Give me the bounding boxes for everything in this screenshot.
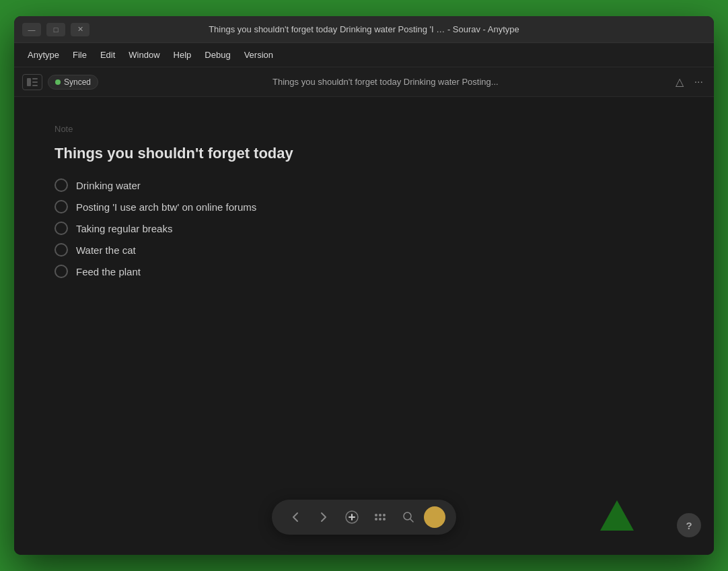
checklist-item-1[interactable]: Drinking water bbox=[54, 178, 674, 192]
svg-rect-0 bbox=[27, 78, 31, 86]
more-button[interactable]: ··· bbox=[692, 73, 706, 91]
checklist-text-1: Drinking water bbox=[76, 180, 141, 191]
main-content: Note Things you shouldn't forget today D… bbox=[14, 97, 714, 555]
checkbox-4[interactable] bbox=[54, 243, 68, 257]
svg-rect-3 bbox=[32, 85, 38, 86]
toolbar-page-title: Things you shouldn't forget today Drinki… bbox=[104, 77, 667, 87]
bottom-navigation bbox=[272, 500, 456, 535]
menu-debug[interactable]: Debug bbox=[199, 47, 235, 63]
checklist-text-3: Taking regular breaks bbox=[76, 223, 172, 234]
checklist-item-2[interactable]: Posting 'I use arch btw' on online forum… bbox=[54, 200, 674, 213]
checklist-item-4[interactable]: Water the cat bbox=[54, 243, 674, 257]
toolbar-actions: △ ··· bbox=[673, 73, 706, 91]
checkbox-1[interactable] bbox=[54, 178, 68, 192]
title-bar: Things you shouldn't forget today Drinki… bbox=[14, 16, 714, 43]
minimize-button[interactable]: — bbox=[22, 23, 41, 36]
checklist-text-4: Water the cat bbox=[76, 244, 136, 256]
nav-search-button[interactable] bbox=[396, 504, 421, 530]
menu-anytype[interactable]: Anytype bbox=[22, 47, 65, 63]
checklist: Drinking water Posting 'I use arch btw' … bbox=[54, 178, 674, 278]
nav-forward-button[interactable] bbox=[311, 504, 336, 530]
add-icon bbox=[345, 510, 359, 524]
menu-help[interactable]: Help bbox=[168, 47, 197, 63]
checkbox-5[interactable] bbox=[54, 265, 68, 278]
menu-bar: Anytype File Edit Window Help Debug Vers… bbox=[14, 43, 714, 67]
app-window: Things you shouldn't forget today Drinki… bbox=[14, 16, 714, 555]
window-controls: — □ ✕ bbox=[22, 23, 89, 36]
sidebar-icon bbox=[27, 78, 38, 86]
menu-window[interactable]: Window bbox=[123, 47, 165, 63]
sync-dot-icon bbox=[55, 79, 61, 85]
menu-version[interactable]: Version bbox=[239, 47, 279, 63]
sync-label: Synced bbox=[64, 77, 91, 87]
svg-point-5 bbox=[404, 512, 411, 520]
help-button[interactable]: ? bbox=[677, 513, 701, 537]
menu-edit[interactable]: Edit bbox=[95, 47, 120, 63]
search-icon bbox=[402, 511, 414, 523]
svg-rect-1 bbox=[32, 78, 38, 79]
nav-dots-button[interactable] bbox=[367, 504, 393, 530]
forward-icon bbox=[320, 512, 327, 523]
dots-grid-icon bbox=[375, 514, 386, 520]
sidebar-toggle-button[interactable] bbox=[22, 74, 42, 90]
menu-file[interactable]: File bbox=[67, 47, 92, 63]
note-type-label: Note bbox=[54, 124, 674, 134]
note-title[interactable]: Things you shouldn't forget today bbox=[54, 145, 674, 162]
maximize-button[interactable]: □ bbox=[46, 23, 65, 36]
sync-status: Synced bbox=[48, 75, 98, 90]
window-title: Things you shouldn't forget today Drinki… bbox=[209, 24, 519, 34]
back-icon bbox=[292, 512, 299, 523]
checkbox-2[interactable] bbox=[54, 200, 68, 213]
svg-rect-2 bbox=[32, 81, 38, 83]
toolbar: Synced Things you shouldn't forget today… bbox=[14, 67, 714, 97]
nav-add-button[interactable] bbox=[339, 504, 365, 530]
checklist-text-2: Posting 'I use arch btw' on online forum… bbox=[76, 201, 256, 213]
user-avatar[interactable] bbox=[424, 506, 445, 528]
checklist-item-5[interactable]: Feed the plant bbox=[54, 265, 674, 278]
close-button[interactable]: ✕ bbox=[71, 23, 89, 36]
checkbox-3[interactable] bbox=[54, 222, 68, 235]
nav-back-button[interactable] bbox=[283, 504, 308, 530]
checklist-text-5: Feed the plant bbox=[76, 266, 141, 277]
alert-button[interactable]: △ bbox=[673, 73, 686, 91]
checklist-item-3[interactable]: Taking regular breaks bbox=[54, 222, 674, 235]
